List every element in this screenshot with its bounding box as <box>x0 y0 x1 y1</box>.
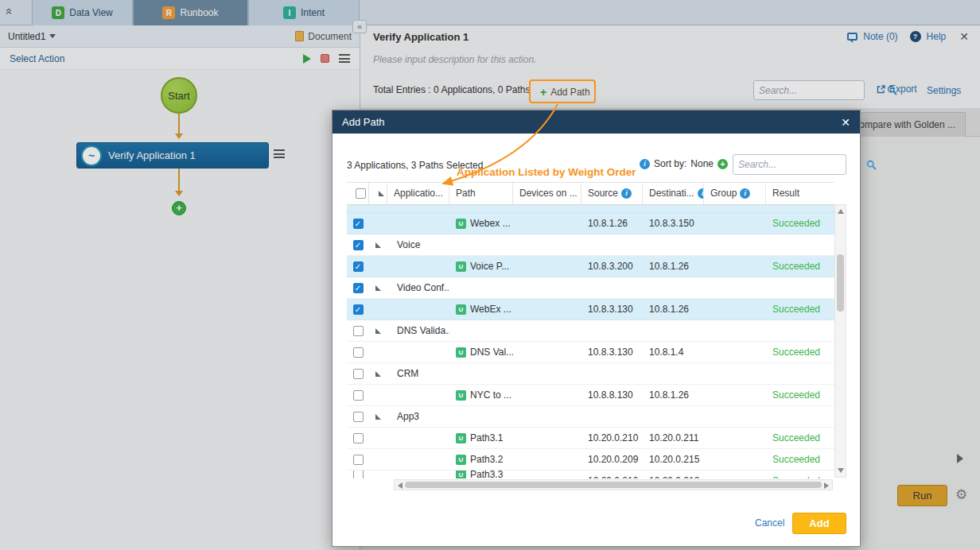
search-input[interactable] <box>754 81 887 99</box>
row-checkbox[interactable] <box>353 390 364 401</box>
collapse-panel-icon[interactable]: « <box>352 20 367 33</box>
path-row[interactable]: Voice P...10.8.3.20010.8.1.26Succeeded <box>347 256 834 277</box>
row-checkbox[interactable] <box>353 455 364 465</box>
collapse-group-icon[interactable] <box>375 285 381 291</box>
add-button[interactable]: Add <box>792 513 846 534</box>
tab-intent[interactable]: I Intent <box>248 0 360 25</box>
flow-arrowhead <box>175 191 183 196</box>
select-all-checkbox[interactable] <box>356 188 366 199</box>
collapse-group-icon[interactable] <box>375 328 381 334</box>
row-checkbox[interactable] <box>353 240 364 250</box>
node-menu-icon[interactable] <box>274 149 285 158</box>
group-row[interactable]: CRM <box>347 363 834 385</box>
note-button[interactable]: Note (0) <box>863 31 897 42</box>
path-row[interactable]: Webex ...10.8.1.2610.8.3.150Succeeded <box>347 213 834 234</box>
destination-cell: 10.20.0.215 <box>643 449 704 470</box>
row-checkbox[interactable] <box>353 347 364 358</box>
search-input[interactable] <box>733 155 866 174</box>
export-button[interactable]: Export <box>876 83 917 95</box>
path-row[interactable]: DNS Val...10.8.3.13010.8.1.4Succeeded <box>347 342 834 363</box>
group-row[interactable]: App3 <box>347 406 834 428</box>
next-page-icon[interactable] <box>957 454 963 463</box>
settings-button[interactable]: Settings <box>927 85 961 96</box>
column-label: Applicatio... <box>394 183 443 204</box>
tab-data-view[interactable]: D Data View <box>32 0 133 25</box>
collapse-group-icon[interactable] <box>375 242 381 248</box>
column-header[interactable]: Path <box>449 183 513 204</box>
close-icon[interactable]: ✕ <box>841 116 850 129</box>
path-row[interactable]: NYC to ...10.8.8.13010.8.1.26Succeeded <box>347 385 834 406</box>
row-checkbox[interactable] <box>353 326 364 336</box>
scrollbar-thumb[interactable] <box>837 254 844 312</box>
path-row[interactable]: Path3.310.20.0.21010.20.0.212Succeeded <box>347 471 834 478</box>
info-icon[interactable]: i <box>740 188 750 199</box>
tab-label: Runbook <box>180 7 218 18</box>
group-row[interactable]: Video Conf... <box>347 277 834 299</box>
group-row[interactable]: Voice <box>347 234 834 256</box>
column-header[interactable]: Destinati...i <box>643 183 704 204</box>
group-cell <box>704 234 766 255</box>
sort-by-value[interactable]: None <box>690 158 714 169</box>
tab-runbook[interactable]: R Runbook <box>133 0 248 25</box>
menu-icon[interactable] <box>339 54 350 63</box>
search-icon[interactable] <box>866 160 877 170</box>
result-cell: Succeeded <box>766 213 834 234</box>
start-node[interactable]: Start <box>161 77 197 114</box>
row-checkbox[interactable] <box>353 219 364 229</box>
info-icon[interactable]: i <box>640 159 650 169</box>
cancel-button[interactable]: Cancel <box>755 517 784 529</box>
row-checkbox[interactable] <box>353 471 364 478</box>
column-header[interactable]: Sourcei <box>581 183 643 204</box>
info-icon[interactable]: i <box>621 188 632 199</box>
column-header[interactable]: Groupi <box>704 183 766 204</box>
source-cell <box>581 406 643 427</box>
document-toggle[interactable]: Document <box>295 31 352 42</box>
scrollbar-thumb[interactable] <box>405 482 822 488</box>
dialog-header[interactable]: Add Path ✕ <box>332 110 860 134</box>
expand-all-icon[interactable] <box>379 191 384 196</box>
path-row[interactable] <box>347 205 834 213</box>
chevron-down-icon[interactable] <box>49 34 56 38</box>
devices-cell <box>513 385 581 405</box>
row-checkbox[interactable] <box>353 304 364 315</box>
scroll-up-icon[interactable] <box>838 209 844 214</box>
path-name: Webex ... <box>470 213 510 234</box>
horizontal-scrollbar[interactable] <box>394 479 833 490</box>
add-path-button[interactable]: + Add Path <box>532 82 598 102</box>
stop-icon[interactable] <box>321 54 329 63</box>
scroll-down-icon[interactable] <box>838 468 844 473</box>
column-header[interactable]: Result <box>766 183 834 204</box>
group-cell <box>704 363 766 384</box>
row-checkbox[interactable] <box>353 433 364 443</box>
runbook-icon: R <box>162 6 175 19</box>
vertical-scrollbar[interactable] <box>834 204 846 478</box>
group-row[interactable]: DNS Valida... <box>347 320 834 342</box>
collapse-group-icon[interactable] <box>375 414 381 420</box>
top-tab-bar: « D Data View R Runbook I Intent <box>0 0 980 25</box>
add-step-button[interactable]: + <box>172 201 186 215</box>
collapse-up-icon[interactable]: « <box>3 8 17 14</box>
row-checkbox[interactable] <box>353 369 364 379</box>
verify-application-node[interactable]: ~ Verify Application 1 <box>76 142 269 168</box>
help-button[interactable]: Help <box>927 31 947 42</box>
gear-icon[interactable]: ⚙ <box>955 486 967 503</box>
column-label: Destinati... <box>649 183 694 204</box>
column-header[interactable]: Applicatio... <box>387 183 449 204</box>
devices-cell <box>513 471 581 478</box>
row-checkbox[interactable] <box>353 412 364 422</box>
run-all-icon[interactable] <box>303 54 311 64</box>
add-sort-icon[interactable]: + <box>718 159 728 169</box>
scroll-right-icon[interactable] <box>824 482 829 489</box>
scroll-left-icon[interactable] <box>398 482 402 489</box>
row-checkbox[interactable] <box>353 261 364 272</box>
path-row[interactable]: WebEx ...10.8.3.13010.8.1.26Succeeded <box>347 299 834 320</box>
info-icon[interactable]: i <box>698 188 704 199</box>
path-row[interactable]: Path3.210.20.0.20910.20.0.215Succeeded <box>347 449 834 471</box>
description-placeholder[interactable]: Please input description for this action… <box>373 48 536 72</box>
close-icon[interactable]: ✕ <box>959 30 969 43</box>
collapse-group-icon[interactable] <box>375 371 381 377</box>
column-header[interactable]: Devices on ... <box>513 183 581 204</box>
row-checkbox[interactable] <box>353 283 364 293</box>
run-button[interactable]: Run <box>897 485 947 506</box>
path-row[interactable]: Path3.110.20.0.21010.20.0.211Succeeded <box>347 428 834 449</box>
